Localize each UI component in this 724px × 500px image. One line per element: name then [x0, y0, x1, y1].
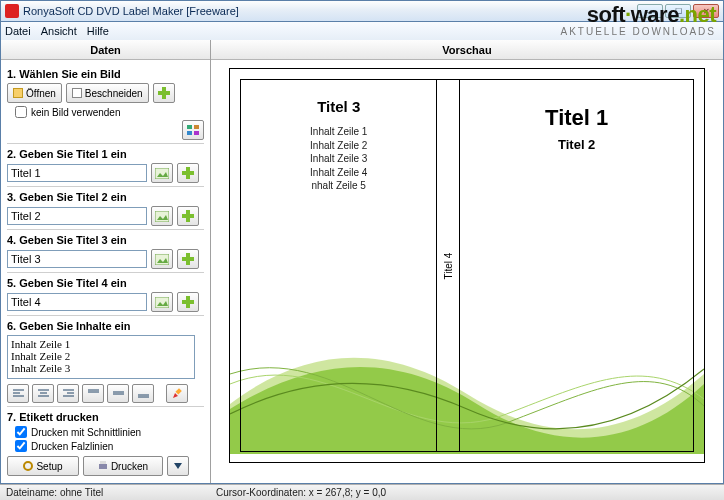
svg-rect-9: [155, 211, 169, 222]
crop-icon: [72, 88, 82, 98]
svg-rect-17: [182, 300, 194, 304]
section-4-label: 4. Geben Sie Titel 3 ein: [7, 234, 204, 246]
svg-rect-6: [155, 168, 169, 179]
content-textarea[interactable]: [7, 335, 195, 379]
svg-rect-3: [194, 125, 199, 129]
watermark: soft·ware.net AKTUELLE DOWNLOADS: [561, 2, 716, 37]
title2-add-button[interactable]: [177, 206, 199, 226]
right-pane-header: Vorschau: [211, 40, 723, 60]
svg-rect-1: [158, 91, 170, 95]
cutlines-checkbox[interactable]: Drucken mit Schnittlinien: [15, 426, 204, 438]
foldlines-checkbox[interactable]: Drucken Falzlinien: [15, 440, 204, 452]
align-top-button[interactable]: [82, 384, 104, 403]
menu-view[interactable]: Ansicht: [41, 25, 77, 37]
status-filename: ohne Titel: [60, 487, 103, 498]
front-cover: Titel 1 Titel 2: [459, 79, 694, 452]
preview-title3: Titel 3: [241, 98, 436, 115]
status-cursor: Cursor-Koordinaten: x = 267,8; y = 0,0: [216, 487, 718, 498]
svg-rect-5: [194, 131, 199, 135]
svg-rect-11: [182, 214, 194, 218]
title4-input[interactable]: [7, 293, 147, 311]
svg-rect-35: [99, 464, 107, 469]
menu-help[interactable]: Hilfe: [87, 25, 109, 37]
title1-style-button[interactable]: [151, 163, 173, 183]
layout-button[interactable]: [182, 120, 204, 140]
section-1-label: 1. Wählen Sie ein Bild: [7, 68, 204, 80]
no-image-checkbox[interactable]: kein Bild verwenden: [15, 106, 204, 118]
printer-icon: [98, 461, 108, 471]
svg-rect-4: [187, 131, 192, 135]
section-5-label: 5. Geben Sie Titel 4 ein: [7, 277, 204, 289]
svg-rect-14: [182, 257, 194, 261]
app-icon: [5, 4, 19, 18]
title3-style-button[interactable]: [151, 249, 173, 269]
title4-add-button[interactable]: [177, 292, 199, 312]
preview-canvas[interactable]: Titel 3 Inhalt Zeile 1Inhalt Zeile 2Inha…: [229, 68, 705, 463]
gear-icon: [23, 461, 33, 471]
align-center-button[interactable]: [32, 384, 54, 403]
print-options-button[interactable]: [167, 456, 189, 476]
back-cover: Titel 3 Inhalt Zeile 1Inhalt Zeile 2Inha…: [240, 79, 437, 452]
svg-point-34: [24, 462, 32, 470]
folder-icon: [13, 88, 23, 98]
title1-add-button[interactable]: [177, 163, 199, 183]
preview-spine-text: Titel 4: [443, 252, 454, 279]
preview-title1: Titel 1: [460, 105, 693, 131]
open-button[interactable]: Öffnen: [7, 83, 62, 103]
title3-input[interactable]: [7, 250, 147, 268]
svg-rect-15: [155, 297, 169, 308]
svg-rect-12: [155, 254, 169, 265]
add-image-button[interactable]: [153, 83, 175, 103]
left-pane-header: Daten: [1, 40, 210, 60]
crop-button[interactable]: Beschneiden: [66, 83, 149, 103]
section-6-label: 6. Geben Sie Inhalte ein: [7, 320, 204, 332]
align-left-button[interactable]: [7, 384, 29, 403]
title2-input[interactable]: [7, 207, 147, 225]
title3-add-button[interactable]: [177, 249, 199, 269]
status-bar: Dateiname: ohne Titel Cursor-Koordinaten…: [0, 484, 724, 500]
preview-content-lines: Inhalt Zeile 1Inhalt Zeile 2Inhalt Zeile…: [241, 125, 436, 193]
spine: Titel 4: [437, 79, 459, 452]
title1-input[interactable]: [7, 164, 147, 182]
section-7-label: 7. Etikett drucken: [7, 411, 204, 423]
preview-title2: Titel 2: [460, 137, 693, 152]
print-button[interactable]: Drucken: [83, 456, 163, 476]
title2-style-button[interactable]: [151, 206, 173, 226]
align-right-button[interactable]: [57, 384, 79, 403]
menu-file[interactable]: Datei: [5, 25, 31, 37]
section-2-label: 2. Geben Sie Titel 1 ein: [7, 148, 204, 160]
setup-button[interactable]: Setup: [7, 456, 79, 476]
title4-style-button[interactable]: [151, 292, 173, 312]
window-title: RonyaSoft CD DVD Label Maker [Freeware]: [23, 5, 239, 17]
svg-rect-2: [187, 125, 192, 129]
svg-rect-36: [100, 461, 106, 464]
align-bottom-button[interactable]: [132, 384, 154, 403]
section-3-label: 3. Geben Sie Titel 2 ein: [7, 191, 204, 203]
svg-rect-33: [175, 388, 181, 394]
svg-rect-8: [182, 171, 194, 175]
align-middle-button[interactable]: [107, 384, 129, 403]
edit-content-button[interactable]: [166, 384, 188, 403]
